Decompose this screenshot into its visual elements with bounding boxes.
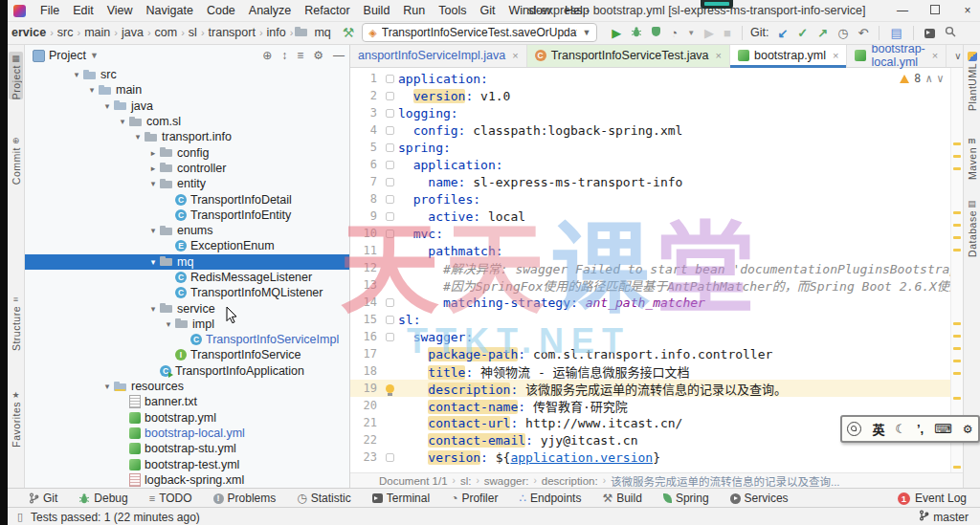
status-message[interactable]: Tests passed: 1 (22 minutes ago) (31, 511, 200, 524)
tree-item-controller[interactable]: ▸controller (25, 161, 349, 176)
tree-item-java[interactable]: ▾java (25, 98, 349, 114)
tree-item-ExceptionEnum[interactable]: ▾EExceptionEnum (25, 238, 349, 253)
gear-icon[interactable]: ⚙ (963, 423, 973, 436)
tree-item-bootstrap-stu.yml[interactable]: ▾bootstrap-stu.yml (25, 441, 349, 456)
run-icon[interactable]: ▶ (607, 26, 626, 39)
tool-stripe-commit[interactable]: ⊕Commit (9, 134, 23, 185)
close-icon[interactable]: × (716, 50, 722, 61)
expand-all-icon[interactable]: ↕ (277, 49, 292, 62)
tree-item-entity[interactable]: ▾entity (25, 176, 349, 191)
tree-item-banner.txt[interactable]: ▾banner.txt (25, 394, 349, 409)
warning-stripe-mark[interactable] (953, 167, 961, 170)
search-icon[interactable] (940, 26, 961, 40)
coverage-icon[interactable] (647, 26, 665, 39)
tree-item-RedisMessageListener[interactable]: ▾CRedisMessageListener (25, 270, 349, 285)
tree-item-TransportInfoApplication[interactable]: ▾CTransportInfoApplication (25, 363, 349, 379)
breadcrumb-item-mq[interactable]: mq (312, 26, 332, 39)
tree-item-TransportInfoEntity[interactable]: ▾CTransportInfoEntity (25, 208, 349, 223)
warning-stripe-mark[interactable] (953, 372, 961, 375)
tree-expand-arrow[interactable]: ▾ (162, 319, 175, 329)
tab-TransportInfoServiceTest.java[interactable]: CTransportInfoServiceTest.java× (527, 44, 730, 67)
ime-punctuation-toggle[interactable]: ’, (917, 422, 924, 436)
tree-item-main[interactable]: ▾main (25, 82, 349, 98)
tree-expand-arrow[interactable]: ▾ (100, 101, 114, 111)
breadcrumb-item-ervice[interactable]: ervice (10, 26, 48, 39)
debug-icon[interactable] (626, 26, 647, 40)
tree-expand-arrow[interactable]: ▾ (100, 382, 114, 391)
tree-item-resources[interactable]: ▾resources (25, 379, 349, 394)
tree-item-service[interactable]: ▾service (25, 300, 349, 316)
menu-view[interactable]: View (100, 4, 140, 17)
keyboard-icon[interactable]: ⌨ (934, 422, 952, 436)
tool-window-button-todo[interactable]: ≡TODO (149, 492, 192, 505)
tool-window-button-terminal[interactable]: Terminal (372, 492, 430, 505)
tree-item-TransportInfoMQListener[interactable]: ▾CTransportInfoMQListener (25, 285, 349, 300)
tree-expand-arrow[interactable]: ▾ (146, 257, 160, 267)
tab-bootstrap.yml[interactable]: bootstrap.yml× (730, 44, 847, 67)
tool-window-switcher-icon[interactable]: ▯ (17, 511, 23, 523)
tree-expand-arrow[interactable]: ▾ (146, 304, 160, 314)
tool-window-button-git[interactable]: Git (29, 492, 57, 505)
warning-stripe-mark[interactable] (953, 211, 961, 214)
doc-breadcrumb-item[interactable]: description: (542, 475, 598, 487)
tree-item-src[interactable]: ▾src (25, 67, 349, 82)
project-panel-title[interactable]: Project (49, 49, 86, 62)
git-update-icon[interactable]: ↙ (772, 26, 792, 39)
menu-file[interactable]: File (33, 4, 66, 17)
menu-navigate[interactable]: Navigate (140, 4, 200, 17)
moon-icon[interactable]: ☾ (895, 422, 906, 436)
menu-build[interactable]: Build (357, 4, 397, 17)
code-editor[interactable]: 1application:2 version: v1.03logging:4 c… (350, 68, 963, 472)
run-config-select[interactable]: ◈ TransportInfoServiceTest.saveOrUpdate … (362, 23, 597, 42)
warning-stripe-mark[interactable] (953, 322, 961, 325)
history-icon[interactable]: ◷ (833, 26, 853, 39)
breadcrumb-item-transport[interactable]: transport (207, 26, 257, 39)
warning-stripe-mark[interactable] (953, 142, 961, 145)
tree-item-TransportInfoService[interactable]: ▾ITransportInfoService (25, 347, 349, 362)
tree-item-logback-spring.xml[interactable]: ▾logback-spring.xml (25, 472, 349, 488)
breadcrumb-item-com[interactable]: com (153, 26, 180, 39)
run-disabled-icon[interactable]: ▶ (700, 26, 719, 39)
chevron-down-icon[interactable]: ▼ (682, 26, 700, 39)
settings-icon[interactable]: ⚙ (308, 49, 328, 62)
build-hammer-icon[interactable]: ⚒ (343, 25, 355, 40)
warning-stripe-mark[interactable] (953, 335, 961, 338)
warning-stripe-mark[interactable] (953, 224, 961, 227)
tool-window-button-spring[interactable]: Spring (663, 492, 709, 505)
tree-expand-arrow[interactable]: ▾ (85, 85, 99, 95)
stop-disabled-icon[interactable]: ■ (719, 26, 736, 39)
menu-tools[interactable]: Tools (432, 4, 473, 17)
ime-logo-icon[interactable] (847, 422, 861, 436)
tool-stripe-project[interactable]: ▦Project (9, 52, 23, 99)
tool-window-button-services[interactable]: Services (730, 492, 789, 505)
tree-item-impl[interactable]: ▾impl (25, 317, 349, 332)
tool-window-button-profiler[interactable]: ◔Profiler (451, 492, 498, 505)
tree-expand-arrow[interactable]: ▸ (146, 148, 160, 158)
tree-expand-arrow[interactable]: ▾ (116, 117, 129, 126)
close-icon[interactable]: × (833, 50, 838, 61)
doc-breadcrumb-item[interactable]: Document 1/1 (379, 475, 448, 487)
breadcrumb-item-sl[interactable]: sl (187, 26, 199, 39)
rollback-icon[interactable]: ↶ (853, 26, 873, 39)
menu-edit[interactable]: Edit (66, 4, 100, 17)
tree-item-TransportInfoServiceImpl[interactable]: ▾CTransportInfoServiceImpl (25, 332, 349, 347)
tab-bootstrap-local.yml[interactable]: bootstrap-local.yml× (847, 44, 947, 67)
doc-breadcrumb-item[interactable]: 该微服务完成运单的流转信息的记录以及查询... (611, 473, 840, 489)
tree-item-config[interactable]: ▸config (25, 144, 349, 160)
tool-stripe-plantuml[interactable]: PlantUML (965, 50, 979, 111)
git-branch-widget[interactable]: master (919, 510, 969, 524)
ime-language-toggle[interactable]: 英 (872, 420, 884, 438)
tab-ansportInfoServiceImpl.java[interactable]: ansportInfoServiceImpl.java× (350, 44, 527, 67)
warning-stripe-mark[interactable] (953, 249, 961, 252)
locate-icon[interactable]: ⊕ (257, 49, 277, 62)
warning-stripe-mark[interactable] (953, 155, 961, 158)
tool-stripe-maven[interactable]: mMaven (965, 134, 979, 180)
hidden-tabs-icon[interactable]: ∨ (947, 51, 963, 61)
warning-stripe-mark[interactable] (953, 360, 961, 362)
tree-expand-arrow[interactable]: ▾ (131, 132, 145, 142)
tree-expand-arrow[interactable]: ▾ (146, 226, 160, 235)
tree-item-bootstrap-test.yml[interactable]: ▾bootstrap-test.yml (25, 456, 349, 471)
tree-item-enums[interactable]: ▾enums (25, 223, 349, 238)
menu-refactor[interactable]: Refactor (298, 4, 356, 17)
close-icon[interactable]: × (932, 50, 938, 61)
